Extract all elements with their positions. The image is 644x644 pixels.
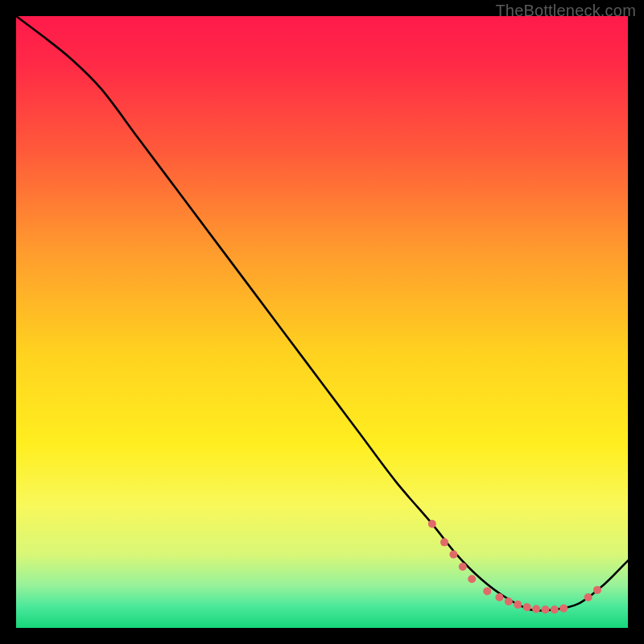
marker-point — [459, 563, 467, 571]
marker-point — [483, 587, 491, 595]
marker-point — [523, 603, 531, 611]
marker-point — [514, 601, 522, 609]
plot-area — [16, 16, 628, 628]
marker-point — [428, 520, 436, 528]
marker-point — [541, 605, 549, 613]
marker-point — [593, 586, 601, 594]
marker-point — [468, 575, 476, 583]
marker-point — [532, 605, 540, 613]
marker-point — [440, 539, 448, 547]
marker-point — [449, 551, 457, 559]
gradient-background — [16, 16, 628, 628]
chart-stage: TheBottleneck.com — [0, 0, 644, 644]
marker-point — [495, 593, 503, 601]
chart-svg — [16, 16, 628, 628]
marker-point — [551, 605, 559, 613]
marker-point — [559, 605, 568, 613]
marker-point — [505, 597, 513, 605]
marker-point — [584, 593, 592, 601]
